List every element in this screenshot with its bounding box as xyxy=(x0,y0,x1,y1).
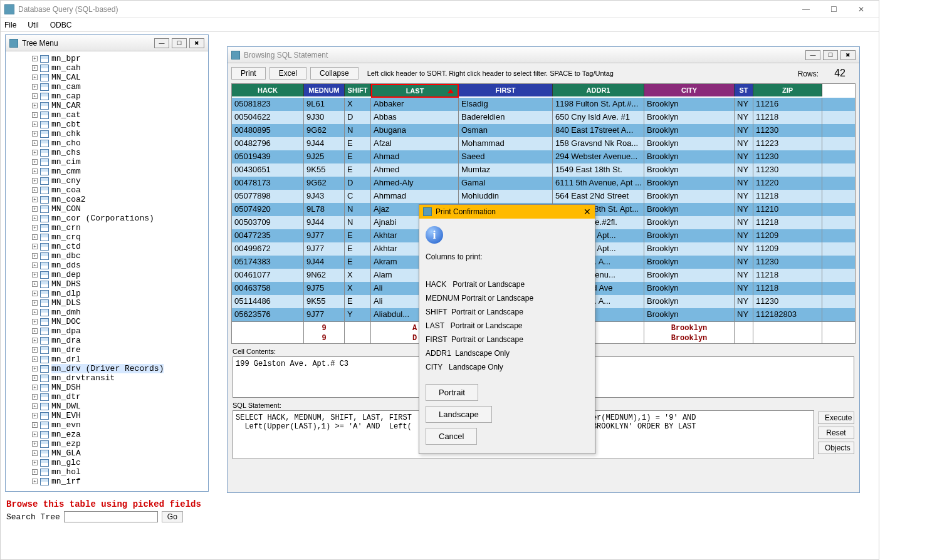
cell[interactable]: NY xyxy=(735,163,753,177)
cell[interactable]: 650 Cny Isld Ave. #1 xyxy=(553,111,644,124)
cell[interactable]: Mohiuddin xyxy=(459,190,553,203)
tree-item[interactable]: +MN_DOC xyxy=(7,317,207,326)
tree-item[interactable]: +mn_cor (Corporations) xyxy=(7,214,207,223)
tree-item[interactable]: +mn_dra xyxy=(7,336,207,345)
table-row[interactable]: 004306519K55EAhmedMumtaz1549 East 18th S… xyxy=(232,163,855,177)
expand-icon[interactable]: + xyxy=(32,93,38,99)
table-row[interactable]: 050194399J25EAhmadSaeed294 Webster Avenu… xyxy=(232,150,855,163)
expand-icon[interactable]: + xyxy=(32,244,38,249)
cell[interactable]: C xyxy=(345,190,371,203)
expand-icon[interactable]: + xyxy=(32,347,38,353)
cell[interactable]: 00478173 xyxy=(232,177,304,190)
cell[interactable]: Y xyxy=(345,308,371,321)
cell[interactable]: Abugana xyxy=(371,124,459,137)
search-go-button[interactable]: Go xyxy=(162,511,183,522)
collapse-button[interactable]: Collapse xyxy=(310,67,359,80)
expand-icon[interactable]: + xyxy=(32,281,38,287)
cell[interactable]: D xyxy=(345,111,371,124)
cell[interactable]: 00477235 xyxy=(232,229,304,242)
cell[interactable]: 9J75 xyxy=(304,282,345,295)
maximize-button[interactable]: ☐ xyxy=(820,1,847,18)
tree-item[interactable]: +MN_CON xyxy=(7,204,207,214)
cell[interactable]: NY xyxy=(735,308,753,321)
cell[interactable]: Ahmed-Aly xyxy=(371,177,459,190)
portrait-button[interactable]: Portrait xyxy=(426,384,478,401)
tree-item[interactable]: +mn_cho xyxy=(7,138,207,148)
tree-item[interactable]: +MN_CAL xyxy=(7,73,207,82)
minimize-button[interactable]: — xyxy=(792,1,820,18)
expand-icon[interactable]: + xyxy=(32,169,38,174)
cell[interactable]: 05019439 xyxy=(232,150,304,163)
cell[interactable]: NY xyxy=(735,282,753,295)
cell[interactable]: Abbas xyxy=(371,111,459,124)
cell[interactable]: 11209 xyxy=(753,229,822,242)
cell[interactable]: 11218 xyxy=(753,216,822,229)
cell[interactable]: NY xyxy=(735,177,753,190)
landscape-button[interactable]: Landscape xyxy=(426,406,492,423)
cell[interactable]: NY xyxy=(735,137,753,150)
expand-icon[interactable]: + xyxy=(32,75,38,80)
cell[interactable]: N xyxy=(345,203,371,216)
cell[interactable]: X xyxy=(345,282,371,295)
browse-maximize-button[interactable]: ☐ xyxy=(823,50,838,60)
cell[interactable]: 00463758 xyxy=(232,282,304,295)
tree-close-button[interactable]: ✖ xyxy=(189,38,204,48)
cell[interactable]: Brooklyn xyxy=(644,137,735,150)
col-shift[interactable]: SHIFT xyxy=(345,84,371,96)
expand-icon[interactable]: + xyxy=(32,319,38,324)
expand-icon[interactable]: + xyxy=(32,103,38,108)
expand-icon[interactable]: + xyxy=(32,140,38,146)
cell[interactable]: 11210 xyxy=(753,203,822,216)
cell[interactable]: 00503709 xyxy=(232,216,304,229)
cell[interactable]: Brooklyn xyxy=(644,111,735,124)
cell[interactable]: Brooklyn xyxy=(644,203,735,216)
print-button[interactable]: Print xyxy=(231,67,266,80)
expand-icon[interactable]: + xyxy=(32,197,38,202)
cell[interactable]: 00480895 xyxy=(232,124,304,137)
expand-icon[interactable]: + xyxy=(32,262,38,268)
cell[interactable]: Saeed xyxy=(459,150,553,163)
cell[interactable]: E xyxy=(345,295,371,308)
expand-icon[interactable]: + xyxy=(32,479,38,484)
table-row[interactable]: 004808959G62NAbuganaOsman840 East 17stre… xyxy=(232,124,855,137)
col-zip[interactable]: ZIP xyxy=(753,84,822,96)
cell[interactable]: 840 East 17street A... xyxy=(553,124,644,137)
tree-item[interactable]: +MN_EVH xyxy=(7,411,207,420)
tree-item[interactable]: +mn_crn xyxy=(7,223,207,232)
cell[interactable]: 9J44 xyxy=(304,137,345,150)
cell[interactable]: NY xyxy=(735,216,753,229)
cell[interactable]: E xyxy=(345,256,371,269)
tree-item[interactable]: +MN_DHS xyxy=(7,279,207,289)
cell[interactable]: 11230 xyxy=(753,124,822,137)
cell[interactable]: 00504622 xyxy=(232,111,304,124)
expand-icon[interactable]: + xyxy=(32,56,38,61)
expand-icon[interactable]: + xyxy=(32,122,38,127)
tree-item[interactable]: +MN_DSH xyxy=(7,383,207,392)
cell[interactable]: 9L61 xyxy=(304,98,345,111)
tree-item[interactable]: +mn_evn xyxy=(7,420,207,430)
expand-icon[interactable]: + xyxy=(32,84,38,90)
cell[interactable]: 9J43 xyxy=(304,190,345,203)
menu-file[interactable]: File xyxy=(4,21,16,29)
tree-item[interactable]: +mn_cam xyxy=(7,82,207,91)
cell[interactable]: E xyxy=(345,242,371,256)
expand-icon[interactable]: + xyxy=(32,272,38,277)
col-st[interactable]: ST xyxy=(735,84,753,96)
tree-item[interactable]: +mn_coa xyxy=(7,185,207,195)
cell[interactable]: NY xyxy=(735,124,753,137)
cell[interactable]: NY xyxy=(735,190,753,203)
cell[interactable]: Mohammad xyxy=(459,137,553,150)
table-row[interactable]: 050818239L61XAbbakerElsadig1198 Fulton S… xyxy=(232,98,855,111)
cell[interactable]: Ahmmad xyxy=(371,190,459,203)
cell[interactable]: Elsadig xyxy=(459,98,553,111)
tree-item[interactable]: +MN_GLA xyxy=(7,449,207,458)
tree-item[interactable]: +mn_irf xyxy=(7,477,207,486)
expand-icon[interactable]: + xyxy=(32,375,38,381)
cell[interactable]: NY xyxy=(735,203,753,216)
tree-item[interactable]: +mn_cap xyxy=(7,91,207,101)
cell[interactable]: 1198 Fulton St. Apt.#... xyxy=(553,98,644,111)
cell[interactable]: Mumtaz xyxy=(459,163,553,177)
tree-item[interactable]: +mn_eza xyxy=(7,430,207,439)
cell[interactable]: Brooklyn xyxy=(644,177,735,190)
cell[interactable]: Brooklyn xyxy=(644,282,735,295)
